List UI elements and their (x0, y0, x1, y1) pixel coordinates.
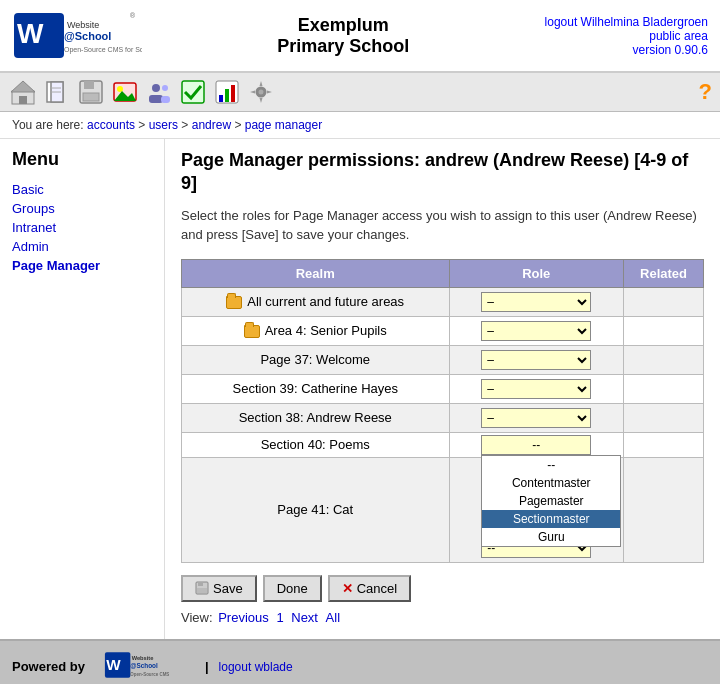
footer-separator: | (205, 659, 209, 674)
role-page37[interactable]: – Contentmaster Pagemaster Sectionmaster… (449, 345, 624, 374)
col-role: Role (449, 259, 624, 287)
role-section38[interactable]: – Contentmaster Pagemaster Sectionmaster… (449, 403, 624, 432)
view-previous[interactable]: Previous (218, 610, 269, 625)
role-select-area4[interactable]: – Contentmaster Pagemaster Sectionmaster… (481, 321, 591, 341)
toolbar-right: ? (699, 79, 712, 105)
help-icon[interactable]: ? (699, 79, 712, 104)
breadcrumb-andrew[interactable]: andrew (192, 118, 231, 132)
sidebar-item-admin[interactable]: Admin (12, 239, 152, 254)
page-title: Page Manager permissions: andrew (Andrew… (181, 149, 704, 196)
menu-title: Menu (12, 149, 152, 170)
table-row: Area 4: Senior Pupils – Contentmaster Pa… (182, 316, 704, 345)
site-logo: W Website @School Open-Source CMS for Sc… (12, 8, 142, 63)
svg-text:Open-Source CMS for Schools: Open-Source CMS for Schools (64, 46, 142, 54)
col-realm: Realm (182, 259, 450, 287)
home-icon[interactable] (8, 77, 38, 107)
sidebar: Menu Basic Groups Intranet Admin Page Ma… (0, 139, 165, 639)
breadcrumb-users[interactable]: users (149, 118, 178, 132)
svg-text:Website: Website (67, 20, 99, 30)
realm-section39c: Section 39: Catherine Hayes (182, 374, 450, 403)
sidebar-item-basic[interactable]: Basic (12, 182, 152, 197)
footer: Powered by W Website @School Open-Source… (0, 639, 720, 684)
dropdown-trigger[interactable]: -- (481, 435, 591, 455)
svg-text:®: ® (130, 12, 136, 19)
dropdown-option-contentmaster[interactable]: Contentmaster (482, 474, 620, 492)
footer-logo: W Website @School Open-Source CMS (95, 649, 195, 684)
users-icon[interactable] (144, 77, 174, 107)
breadcrumb-accounts[interactable]: accounts (87, 118, 135, 132)
breadcrumb-page-manager[interactable]: page manager (245, 118, 322, 132)
breadcrumb: You are here: accounts > users > andrew … (0, 112, 720, 139)
svg-point-21 (162, 85, 168, 91)
chart-icon[interactable] (212, 77, 242, 107)
table-row: Page 37: Welcome – Contentmaster Pagemas… (182, 345, 704, 374)
logo-container: W Website @School Open-Source CMS for Sc… (12, 8, 142, 63)
svg-text:W: W (106, 656, 121, 673)
save-button[interactable]: Save (181, 575, 257, 602)
save-icon[interactable] (76, 77, 106, 107)
svg-text:@School: @School (130, 662, 158, 669)
footer-logout-link[interactable]: logout wblade (219, 660, 293, 674)
content: Page Manager permissions: andrew (Andrew… (165, 139, 720, 639)
files-icon[interactable] (42, 77, 72, 107)
svg-rect-14 (84, 81, 94, 89)
view-all[interactable]: All (326, 610, 340, 625)
role-select-section39c[interactable]: – Contentmaster Pagemaster Sectionmaster… (481, 379, 591, 399)
svg-rect-22 (161, 96, 170, 103)
sidebar-item-groups[interactable]: Groups (12, 201, 152, 216)
svg-rect-32 (197, 588, 207, 593)
dropdown-list: -- Contentmaster Pagemaster Sectionmaste… (481, 455, 621, 547)
sidebar-item-intranet[interactable]: Intranet (12, 220, 152, 235)
cancel-x-icon: ✕ (342, 581, 353, 596)
image-icon[interactable] (110, 77, 140, 107)
realm-section38: Section 38: Andrew Reese (182, 403, 450, 432)
role-area4[interactable]: – Contentmaster Pagemaster Sectionmaster… (449, 316, 624, 345)
check-icon[interactable] (178, 77, 208, 107)
dropdown-open-section40[interactable]: -- -- Contentmaster Pagemaster Sectionma… (481, 435, 591, 455)
realm-area4: Area 4: Senior Pupils (182, 316, 450, 345)
dropdown-option-sectionmaster[interactable]: Sectionmaster (482, 510, 620, 528)
table-row: Section 39: Catherine Hayes – Contentmas… (182, 374, 704, 403)
gear-icon[interactable] (246, 77, 276, 107)
folder-icon (244, 325, 260, 338)
user-info: logout Wilhelmina Bladergroen public are… (545, 15, 708, 57)
realm-page37: Page 37: Welcome (182, 345, 450, 374)
dropdown-option-blank[interactable]: -- (482, 456, 620, 474)
table-row: Section 38: Andrew Reese – Contentmaster… (182, 403, 704, 432)
svg-marker-7 (11, 81, 35, 92)
sidebar-nav: Basic Groups Intranet Admin Page Manager (12, 182, 152, 273)
realm-all-areas: All current and future areas (182, 287, 450, 316)
description: Select the roles for Page Manager access… (181, 206, 704, 245)
powered-by-text: Powered by (12, 659, 85, 674)
role-section40[interactable]: -- -- Contentmaster Pagemaster Sectionma… (449, 432, 624, 457)
svg-rect-27 (231, 85, 235, 102)
button-row: Save Done ✕ Cancel (181, 575, 704, 602)
table-row: All current and future areas – Contentma… (182, 287, 704, 316)
role-section39c[interactable]: – Contentmaster Pagemaster Sectionmaster… (449, 374, 624, 403)
svg-text:Open-Source CMS: Open-Source CMS (130, 672, 169, 677)
related-area4 (624, 316, 704, 345)
role-select-all-areas[interactable]: – Contentmaster Pagemaster Sectionmaster… (481, 292, 591, 312)
done-button[interactable]: Done (263, 575, 322, 602)
view-next[interactable]: Next (291, 610, 318, 625)
realm-page41: Page 41: Cat (182, 457, 450, 562)
sidebar-item-pagemanager[interactable]: Page Manager (12, 258, 152, 273)
svg-rect-31 (198, 582, 203, 586)
header: W Website @School Open-Source CMS for Sc… (0, 0, 720, 73)
dropdown-option-pagemaster[interactable]: Pagemaster (482, 492, 620, 510)
related-section38 (624, 403, 704, 432)
role-select-section38[interactable]: – Contentmaster Pagemaster Sectionmaster… (481, 408, 591, 428)
logout-link[interactable]: logout Wilhelmina Bladergroen (545, 15, 708, 29)
svg-text:Website: Website (132, 655, 154, 661)
related-all-areas (624, 287, 704, 316)
related-section39c (624, 374, 704, 403)
svg-rect-20 (149, 95, 163, 103)
dropdown-option-guru[interactable]: Guru (482, 528, 620, 546)
view-page1[interactable]: 1 (276, 610, 283, 625)
role-select-page37[interactable]: – Contentmaster Pagemaster Sectionmaster… (481, 350, 591, 370)
related-page37 (624, 345, 704, 374)
related-page41 (624, 457, 704, 562)
svg-rect-8 (19, 96, 27, 104)
cancel-button[interactable]: ✕ Cancel (328, 575, 411, 602)
role-all-areas[interactable]: – Contentmaster Pagemaster Sectionmaster… (449, 287, 624, 316)
